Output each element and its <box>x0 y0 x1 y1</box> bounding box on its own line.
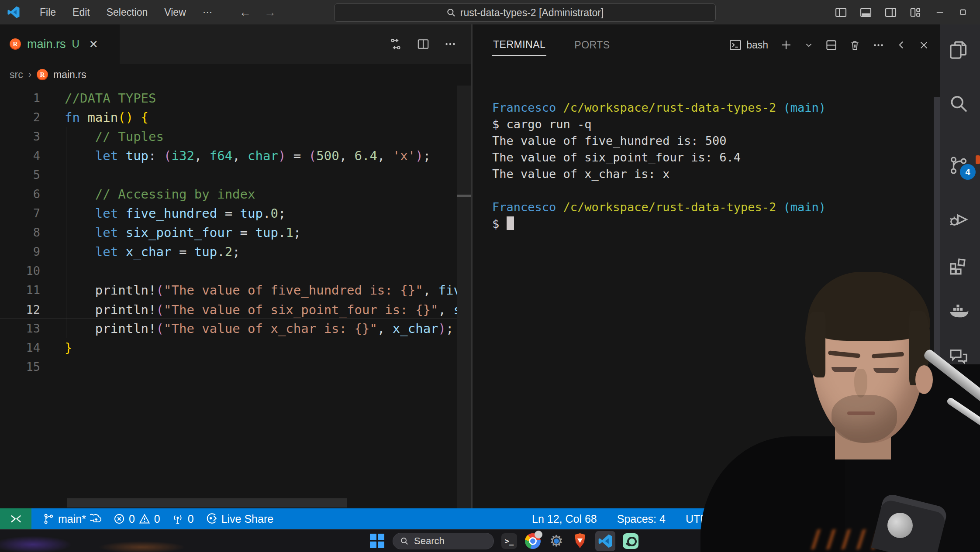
rust-file-icon: R <box>10 38 21 50</box>
source-control-icon[interactable]: 4 <box>949 155 969 175</box>
split-terminal-icon[interactable] <box>825 39 837 51</box>
indentation[interactable]: Spaces: 4 <box>617 513 666 525</box>
shell-label[interactable]: bash <box>746 39 768 51</box>
panel-chevron-left-icon[interactable] <box>896 40 907 50</box>
editor-horizontal-scrollbar[interactable] <box>67 498 347 507</box>
code-line[interactable]: 5 <box>0 165 471 185</box>
menu-more-icon[interactable]: ⋯ <box>194 7 221 18</box>
editor-vertical-scrollbar[interactable] <box>457 86 471 508</box>
live-share-status[interactable]: Live Share <box>205 513 274 525</box>
restore-window-icon[interactable] <box>958 7 968 17</box>
panel-more-actions-icon[interactable] <box>873 39 884 51</box>
line-content: println!("The value of six_point_four is… <box>65 300 471 319</box>
line-number[interactable]: 12 <box>0 300 40 319</box>
kill-terminal-icon[interactable] <box>849 39 861 51</box>
line-number[interactable]: 8 <box>0 223 40 242</box>
terminal-output[interactable]: Francesco /c/workspace/rust-data-types-2… <box>492 99 826 232</box>
explorer-icon[interactable] <box>949 40 969 60</box>
cursor-position[interactable]: Ln 12, Col 68 <box>532 513 597 525</box>
nav-back-icon[interactable]: ← <box>239 6 251 19</box>
tab-ports[interactable]: PORTS <box>573 35 611 55</box>
menu-edit[interactable]: Edit <box>64 7 98 18</box>
code-line[interactable]: 9 let x_char = tup.2; <box>0 242 471 261</box>
line-number[interactable]: 11 <box>0 281 40 300</box>
run-debug-icon[interactable] <box>949 209 969 230</box>
encoding[interactable]: UTF-8 <box>686 513 717 525</box>
code-line[interactable]: 11 println!("The value of five_hundred i… <box>0 281 471 300</box>
sync-changes-icon[interactable] <box>90 513 102 525</box>
toggle-primary-sidebar-icon[interactable] <box>835 7 847 18</box>
terminal-dropdown-icon[interactable] <box>804 40 814 50</box>
taskbar-capture-app[interactable] <box>622 533 639 549</box>
line-number[interactable]: 13 <box>0 319 40 338</box>
code-line[interactable]: 4 let tup: (i32, f64, char) = (500, 6.4,… <box>0 146 471 165</box>
code-line[interactable]: 8 let six_point_four = tup.1; <box>0 223 471 242</box>
split-editor-icon[interactable] <box>417 38 429 50</box>
docker-icon[interactable] <box>949 302 969 322</box>
line-number[interactable]: 15 <box>0 357 40 377</box>
menu-selection[interactable]: Selection <box>98 7 156 18</box>
breadcrumb-file[interactable]: main.rs <box>53 69 86 81</box>
code-line[interactable]: 12 println!("The value of six_point_four… <box>0 300 471 319</box>
code-line[interactable]: 7 let five_hundred = tup.0; <box>0 204 471 223</box>
remote-indicator[interactable] <box>0 508 31 529</box>
code-line[interactable]: 15 <box>0 357 471 377</box>
feedback-status[interactable]: 0 <box>172 513 194 525</box>
taskbar-terminal-app[interactable]: >_ <box>501 533 518 549</box>
terminal-line: The value of six_point_four is: 6.4 <box>492 149 826 166</box>
toggle-secondary-sidebar-icon[interactable] <box>885 7 897 18</box>
capture-app-icon <box>623 533 638 549</box>
code-line[interactable]: 14 } <box>0 338 471 357</box>
close-panel-icon[interactable] <box>918 40 929 51</box>
taskbar-vscode-app-active[interactable] <box>595 531 615 551</box>
notification-dot <box>976 155 980 164</box>
line-number[interactable]: 2 <box>0 108 40 127</box>
line-number[interactable]: 7 <box>0 204 40 223</box>
line-number[interactable]: 10 <box>0 261 40 281</box>
search-view-icon[interactable] <box>949 94 969 114</box>
untracked-badge: U <box>72 38 79 50</box>
breadcrumb[interactable]: src › R main.rs <box>0 64 471 86</box>
tab-terminal[interactable]: TERMINAL <box>492 34 546 56</box>
search-icon <box>446 8 456 17</box>
menu-file[interactable]: File <box>31 7 64 18</box>
editor-more-actions-icon[interactable] <box>444 38 456 50</box>
line-number[interactable]: 6 <box>0 185 40 204</box>
code-editor[interactable]: 1 //DATA TYPES 2 fn main() { 3 // Tuples… <box>0 89 471 377</box>
menu-view[interactable]: View <box>156 7 194 18</box>
line-number[interactable]: 9 <box>0 242 40 261</box>
problems-status[interactable]: 0 0 <box>114 513 160 525</box>
comments-icon[interactable] <box>949 347 969 367</box>
command-center-search[interactable]: rust-data-types-2 [Administrator] <box>334 3 716 22</box>
line-number[interactable]: 14 <box>0 338 40 357</box>
tab-close-icon[interactable]: ✕ <box>89 38 98 51</box>
branch-status[interactable]: main* <box>43 513 102 525</box>
minimize-window-icon[interactable] <box>935 7 945 17</box>
code-line[interactable]: 1 //DATA TYPES <box>0 89 471 108</box>
new-terminal-icon[interactable] <box>780 39 792 51</box>
eol[interactable]: LF <box>737 513 749 525</box>
code-line[interactable]: 6 // Accessing by index <box>0 185 471 204</box>
tab-main-rs[interactable]: R main.rs U ✕ <box>0 24 120 64</box>
line-content: let tup: (i32, f64, char) = (500, 6.4, '… <box>65 146 431 165</box>
code-line[interactable]: 2 fn main() { <box>0 108 471 127</box>
taskbar-settings-app[interactable]: ⚙ <box>548 533 565 549</box>
start-button[interactable] <box>369 533 386 549</box>
extensions-icon[interactable] <box>949 255 969 275</box>
open-changes-icon[interactable] <box>389 38 402 51</box>
taskbar-chrome-app[interactable] <box>525 533 541 549</box>
taskbar-brave-app[interactable] <box>572 533 588 549</box>
code-line[interactable]: 10 <box>0 261 471 281</box>
line-number[interactable]: 1 <box>0 89 40 108</box>
code-line[interactable]: 13 println!("The value of x_char is: {}"… <box>0 319 471 338</box>
line-number[interactable]: 3 <box>0 127 40 146</box>
nav-forward-icon[interactable]: → <box>264 6 276 19</box>
code-line[interactable]: 3 // Tuples <box>0 127 471 146</box>
line-number[interactable]: 4 <box>0 146 40 165</box>
breadcrumb-folder[interactable]: src <box>10 69 23 81</box>
customize-layout-icon[interactable] <box>910 7 921 18</box>
line-number[interactable]: 5 <box>0 165 40 185</box>
taskbar-search[interactable]: Search <box>393 533 494 549</box>
toggle-panel-icon[interactable] <box>860 7 872 18</box>
editor-tab-bar: R main.rs U ✕ <box>0 24 471 64</box>
